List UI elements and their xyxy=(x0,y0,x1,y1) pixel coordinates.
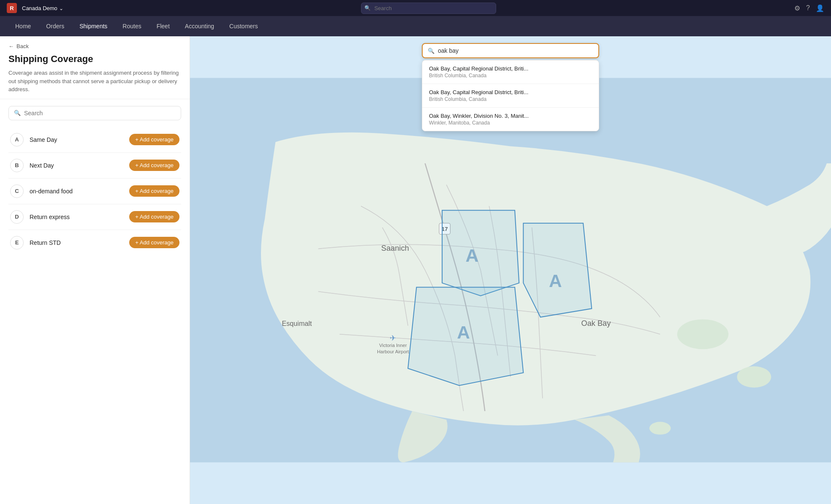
coverage-search-icon: 🔍 xyxy=(14,110,21,116)
coverage-badge-b: B xyxy=(10,159,24,172)
svg-text:Victoria Inner: Victoria Inner xyxy=(379,343,407,348)
svg-text:A: A xyxy=(466,246,479,266)
help-icon[interactable]: ? xyxy=(806,4,810,12)
nav-routes[interactable]: Routes xyxy=(116,19,148,33)
svg-text:Harbour Airport: Harbour Airport xyxy=(377,349,409,354)
coverage-badge-a: A xyxy=(10,133,24,146)
coverage-list: A Same Day + Add coverage B Next Day + A… xyxy=(8,127,181,255)
map-search-dropdown: Oak Bay, Capital Regional District, Brit… xyxy=(422,60,599,131)
topbar-actions: ⚙ ? 👤 xyxy=(794,4,824,12)
coverage-name-on-demand: on-demand food xyxy=(30,188,129,195)
coverage-name-same-day: Same Day xyxy=(30,136,129,143)
svg-text:✈: ✈ xyxy=(390,334,396,342)
svg-text:Saanich: Saanich xyxy=(381,244,409,252)
map-dropdown-title-1: Oak Bay, Capital Regional District, Brit… xyxy=(429,89,592,95)
page-description: Coverage areas assist in the shipment as… xyxy=(8,69,181,94)
main-layout: ← Back Shipping Coverage Coverage areas … xyxy=(0,36,831,504)
sidebar-header: ← Back Shipping Coverage Coverage areas … xyxy=(0,36,190,99)
map-area: 17 A A A Saanich Esquimalt Oak Bay Victo… xyxy=(190,36,831,504)
svg-marker-6 xyxy=(442,210,519,295)
nav-customers[interactable]: Customers xyxy=(223,19,265,33)
global-search[interactable]: 🔍 xyxy=(361,3,496,14)
coverage-name-next-day: Next Day xyxy=(30,162,129,169)
svg-marker-7 xyxy=(523,223,592,317)
page-title: Shipping Coverage xyxy=(8,54,181,65)
global-search-icon: 🔍 xyxy=(364,5,371,11)
coverage-badge-c: C xyxy=(10,184,24,198)
map-dropdown-item-2[interactable]: Oak Bay, Winkler, Division No. 3, Manit.… xyxy=(422,108,599,131)
coverage-item-next-day: B Next Day + Add coverage xyxy=(8,153,181,179)
coverage-badge-e: E xyxy=(10,236,24,249)
coverage-search-box[interactable]: 🔍 xyxy=(8,106,181,120)
add-coverage-btn-return-express[interactable]: + Add coverage xyxy=(129,211,179,222)
gear-icon[interactable]: ⚙ xyxy=(794,4,800,12)
nav-orders[interactable]: Orders xyxy=(39,19,71,33)
coverage-name-return-express: Return express xyxy=(30,214,129,220)
map-search-container: 🔍 Oak Bay, Capital Regional District, Br… xyxy=(422,43,599,131)
add-coverage-btn-return-std[interactable]: + Add coverage xyxy=(129,237,179,248)
map-search-icon: 🔍 xyxy=(428,48,435,54)
map-dropdown-item-1[interactable]: Oak Bay, Capital Regional District, Brit… xyxy=(422,84,599,108)
back-arrow-icon: ← xyxy=(8,43,14,49)
add-coverage-btn-next-day[interactable]: + Add coverage xyxy=(129,160,179,171)
svg-text:Esquimalt: Esquimalt xyxy=(282,320,312,327)
svg-point-1 xyxy=(677,319,728,349)
sidebar-content: 🔍 A Same Day + Add coverage B Next Day +… xyxy=(0,99,190,262)
nav-home[interactable]: Home xyxy=(8,19,38,33)
nav-accounting[interactable]: Accounting xyxy=(178,19,221,33)
coverage-item-return-std: E Return STD + Add coverage xyxy=(8,230,181,255)
svg-text:Oak Bay: Oak Bay xyxy=(581,319,611,328)
svg-text:A: A xyxy=(457,322,470,342)
svg-text:A: A xyxy=(549,271,562,291)
map-dropdown-item-0[interactable]: Oak Bay, Capital Regional District, Brit… xyxy=(422,60,599,84)
user-icon[interactable]: 👤 xyxy=(816,4,824,12)
navbar: Home Orders Shipments Routes Fleet Accou… xyxy=(0,16,831,36)
map-dropdown-sub-1: British Columbia, Canada xyxy=(429,96,592,102)
nav-shipments[interactable]: Shipments xyxy=(73,19,114,33)
coverage-item-return-express: D Return express + Add coverage xyxy=(8,204,181,230)
map-dropdown-title-0: Oak Bay, Capital Regional District, Brit… xyxy=(429,65,592,72)
coverage-item-on-demand: C on-demand food + Add coverage xyxy=(8,179,181,204)
map-dropdown-title-2: Oak Bay, Winkler, Division No. 3, Manit.… xyxy=(429,113,592,119)
add-coverage-btn-on-demand[interactable]: + Add coverage xyxy=(129,185,179,197)
map-search-input[interactable] xyxy=(438,47,593,54)
app-logo: R xyxy=(7,3,17,13)
coverage-item-same-day: A Same Day + Add coverage xyxy=(8,127,181,153)
map-search-box[interactable]: 🔍 xyxy=(422,43,599,58)
nav-fleet[interactable]: Fleet xyxy=(150,19,177,33)
sidebar: ← Back Shipping Coverage Coverage areas … xyxy=(0,36,190,504)
coverage-name-return-std: Return STD xyxy=(30,239,129,246)
map-dropdown-sub-0: British Columbia, Canada xyxy=(429,73,592,79)
coverage-search-input[interactable] xyxy=(24,110,176,117)
topbar: R Canada Demo 🔍 ⚙ ? 👤 xyxy=(0,0,831,16)
svg-point-2 xyxy=(737,366,771,388)
add-coverage-btn-same-day[interactable]: + Add coverage xyxy=(129,134,179,145)
company-name[interactable]: Canada Demo xyxy=(22,5,63,11)
global-search-input[interactable] xyxy=(361,3,496,14)
coverage-badge-d: D xyxy=(10,210,24,224)
map-dropdown-sub-2: Winkler, Manitoba, Canada xyxy=(429,120,592,126)
company-dropdown-icon xyxy=(59,5,63,11)
svg-point-3 xyxy=(649,422,671,434)
back-button[interactable]: ← Back xyxy=(8,43,29,49)
